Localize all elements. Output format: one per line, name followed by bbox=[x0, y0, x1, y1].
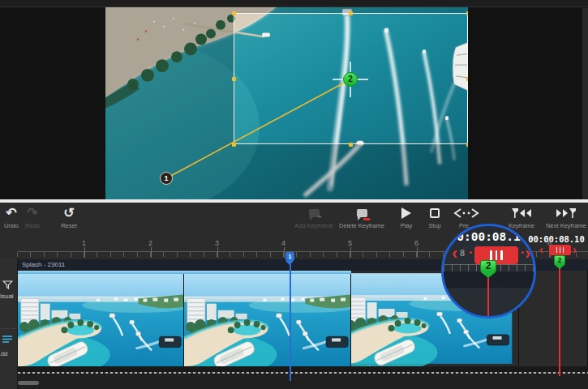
delete-keyframe-icon bbox=[357, 209, 367, 217]
magnified-right-dot bbox=[521, 251, 524, 254]
redo-button[interactable]: ↷ Redo bbox=[21, 206, 44, 229]
next-keyframe-icon bbox=[556, 207, 577, 219]
sidebar-list-label[interactable]: List bbox=[0, 350, 7, 357]
handle-top-right[interactable] bbox=[466, 11, 469, 15]
magnified-keyframe-flag: 2 bbox=[480, 260, 496, 272]
play-button[interactable]: Play bbox=[394, 206, 418, 229]
handle-bottom-right[interactable] bbox=[466, 143, 469, 147]
dim-overlay-bottom bbox=[234, 144, 468, 199]
scrub-right-chevron[interactable]: › bbox=[573, 244, 577, 255]
preview-right-edge bbox=[582, 8, 588, 199]
keyframe-point-1[interactable]: 1 bbox=[160, 172, 173, 185]
keyframe1-flag[interactable]: 1 bbox=[285, 252, 294, 261]
undo-icon: ↶ bbox=[6, 207, 16, 220]
play-icon bbox=[401, 207, 411, 219]
reset-button[interactable]: ↺ Reset bbox=[57, 206, 81, 229]
reset-icon: ↺ bbox=[63, 207, 74, 220]
prev-next-point-icons bbox=[450, 207, 483, 219]
filmstrip-lower-strip bbox=[18, 366, 588, 372]
magnified-playhead-line bbox=[487, 278, 489, 316]
add-keyframe-label: Add Keyframe bbox=[290, 222, 338, 229]
ruler-number: 6 bbox=[409, 239, 425, 247]
timeline-sidebar: Visual List bbox=[0, 258, 18, 389]
stop-icon bbox=[430, 208, 440, 218]
playhead-line bbox=[559, 256, 560, 376]
dim-overlay-left bbox=[105, 7, 234, 199]
sidebar-visual-label[interactable]: Visual bbox=[0, 293, 14, 300]
handle-right-mid[interactable] bbox=[466, 77, 469, 81]
filmstrip-thumbnail[interactable] bbox=[18, 274, 184, 366]
scrub-left-chevron[interactable]: ‹ bbox=[539, 244, 543, 255]
redo-label: Redo bbox=[21, 222, 44, 229]
undo-label: Undo bbox=[0, 222, 23, 229]
magnified-ruler-number: 8 bbox=[460, 248, 465, 258]
sidebar-separator bbox=[0, 328, 18, 329]
add-keyframe-icon: + bbox=[309, 209, 320, 217]
next-keyframe-label: Next Keyframe bbox=[545, 222, 587, 229]
keyframe-point-2[interactable]: 2 bbox=[343, 72, 358, 87]
keyframe2-flag[interactable]: 2 bbox=[554, 255, 565, 265]
stop-label: Stop bbox=[423, 222, 447, 229]
keyframe1-line bbox=[290, 261, 291, 381]
filmstrip-thumbnail[interactable] bbox=[184, 274, 351, 366]
redo-icon: ↷ bbox=[27, 207, 37, 220]
magnified-right-chevron: › bbox=[525, 244, 530, 263]
reset-label: Reset bbox=[57, 222, 81, 229]
window-top-strip bbox=[0, 0, 588, 7]
handle-top-mid[interactable] bbox=[349, 11, 353, 15]
play-label: Play bbox=[394, 222, 418, 229]
timeline-panel: ↶ Undo ↷ Redo ↺ Reset + Add Keyframe Del… bbox=[0, 203, 588, 389]
add-keyframe-button[interactable]: + Add Keyframe bbox=[290, 206, 338, 229]
undo-button[interactable]: ↶ Undo bbox=[0, 206, 23, 229]
ruler-number: 1 bbox=[76, 239, 92, 247]
ruler-number: 3 bbox=[209, 239, 225, 247]
magnified-timecode: 00:00:08.10 bbox=[444, 230, 534, 243]
funnel-icon[interactable] bbox=[2, 280, 13, 290]
track-label: Splash - 23011 bbox=[22, 261, 65, 268]
magnifier-circle: 00:00:08.10 8 ‹ › 2 bbox=[441, 224, 536, 318]
magnified-left-chevron: ‹ bbox=[452, 244, 457, 263]
video-preview: 1 2 bbox=[105, 7, 468, 199]
delete-keyframe-button[interactable]: Delete Keyframe bbox=[337, 206, 386, 229]
timeline-bottom-area bbox=[18, 374, 588, 389]
handle-bottom-mid[interactable] bbox=[349, 143, 353, 147]
handle-top-left[interactable] bbox=[232, 11, 236, 15]
ruler-number: 5 bbox=[342, 239, 358, 247]
handle-left-mid[interactable] bbox=[232, 77, 236, 81]
ruler-number: 2 bbox=[143, 239, 159, 247]
prev-keyframe-icon bbox=[511, 207, 532, 219]
keyframe-editor-window: 1 2 ↶ Undo ↷ Redo ↺ Reset + Add Keyframe… bbox=[0, 0, 588, 389]
prev-keyframe-button[interactable]: Keyframe bbox=[501, 206, 542, 229]
playhead-scrubber[interactable] bbox=[549, 245, 571, 255]
magnified-left-dot bbox=[470, 251, 472, 254]
delete-keyframe-label: Delete Keyframe bbox=[337, 222, 386, 229]
list-icon[interactable] bbox=[2, 335, 13, 344]
next-keyframe-button[interactable]: Next Keyframe bbox=[545, 206, 587, 229]
stop-button[interactable]: Stop bbox=[423, 206, 447, 229]
ruler-number: 4 bbox=[276, 239, 292, 247]
handle-bottom-left[interactable] bbox=[232, 143, 236, 147]
horizontal-scrollbar[interactable] bbox=[18, 381, 39, 385]
